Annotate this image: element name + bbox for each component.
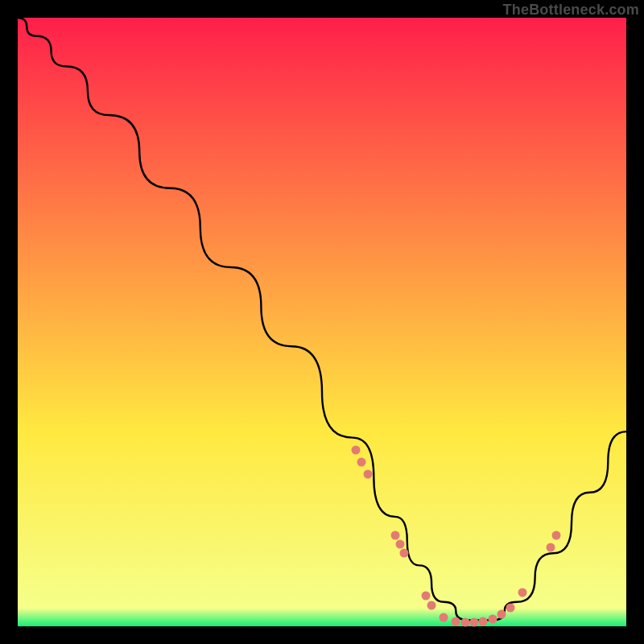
- data-marker: [488, 614, 497, 623]
- data-marker: [440, 613, 448, 621]
- watermark-text: TheBottleneck.com: [503, 2, 639, 19]
- data-marker: [421, 592, 430, 601]
- data-marker: [363, 470, 372, 479]
- plot-area: [18, 18, 626, 626]
- data-markers: [18, 18, 626, 626]
- data-marker: [518, 588, 527, 597]
- data-marker: [390, 530, 399, 539]
- data-marker: [470, 618, 479, 627]
- data-marker: [506, 604, 515, 613]
- data-marker: [357, 457, 366, 466]
- data-marker: [400, 549, 409, 558]
- data-marker: [497, 609, 506, 618]
- data-marker: [427, 601, 436, 609]
- data-marker: [479, 617, 488, 625]
- data-marker: [460, 618, 469, 627]
- data-marker: [395, 539, 404, 548]
- chart-frame: TheBottleneck.com: [0, 0, 644, 644]
- data-marker: [452, 617, 460, 625]
- data-marker: [546, 543, 555, 551]
- data-marker: [552, 530, 561, 539]
- data-marker: [351, 445, 360, 454]
